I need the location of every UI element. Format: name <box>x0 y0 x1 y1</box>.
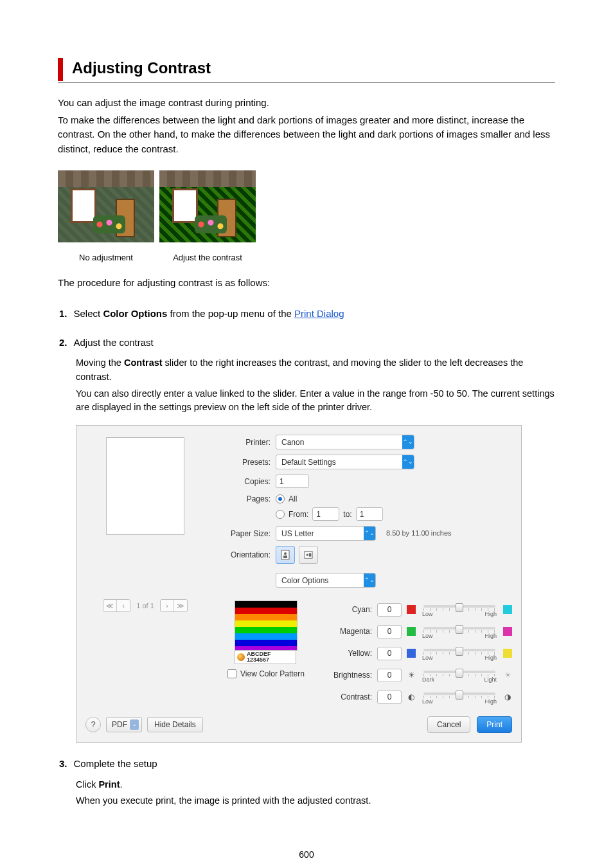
pdf-button[interactable]: PDF ⌄ <box>106 717 142 732</box>
svg-rect-2 <box>283 556 287 558</box>
yellow-slider-track[interactable]: Low High <box>421 646 498 661</box>
sun-light-icon: ☀ <box>503 671 512 680</box>
pages-all-text: All <box>289 493 297 505</box>
step3-l2: When you execute print, the image is pri… <box>76 794 555 808</box>
pager-next[interactable]: ›≫ <box>160 599 188 612</box>
pager-prev[interactable]: ≪‹ <box>103 599 130 612</box>
magenta-slider-track[interactable]: Low High <box>421 624 498 639</box>
page: Adjusting Contrast You can adjust the im… <box>0 0 613 868</box>
step-2-number: 2. <box>59 336 67 350</box>
orientation-label: Orientation: <box>218 549 271 561</box>
contrast-slider-track[interactable]: Low High <box>421 689 498 705</box>
pdf-label: PDF <box>112 719 127 730</box>
dialog-footer: ? PDF ⌄ Hide Details Cancel Print <box>85 716 512 733</box>
step-3: 3. Complete the setup Click Print. When … <box>58 757 555 808</box>
view-color-pattern-label: View Color Pattern <box>240 668 305 680</box>
steps-list: 1. Select Color Options from the pop-up … <box>58 307 555 808</box>
section-popup[interactable]: Color Options ⌃⌄ <box>276 573 376 588</box>
presets-popup[interactable]: Default Settings ⌃⌄ <box>276 455 414 469</box>
step-3-title: Complete the setup <box>74 757 157 772</box>
step-1-title: Select Color Options from the pop-up men… <box>74 307 344 321</box>
procedure-line: The procedure for adjusting contrast is … <box>58 276 555 291</box>
pages-to-input[interactable]: 1 <box>356 507 383 521</box>
printer-label: Printer: <box>218 437 271 448</box>
print-dialog-link[interactable]: Print Dialog <box>294 308 344 319</box>
slider-brightness: Brightness: 0 ☀ Dark Light ☀ <box>326 667 512 683</box>
magenta-swatch-icon <box>503 627 512 636</box>
intro-p2: To make the differences between the ligh… <box>58 113 555 157</box>
step-1-bold: Color Options <box>103 308 167 319</box>
slider-contrast: Contrast: 0 ◐ Low High ◑ <box>326 689 512 705</box>
pages-range-radio[interactable] <box>276 510 285 519</box>
help-button[interactable]: ? <box>85 717 101 732</box>
contrast-high-icon: ◑ <box>503 692 512 701</box>
popup-arrows-icon: ⌃⌄ <box>402 435 414 449</box>
red-swatch-icon <box>407 605 416 614</box>
step-2-body: Moving the Contrast slider to the right … <box>76 356 555 415</box>
slider-cyan: Cyan: 0 Low High <box>326 602 512 617</box>
printer-popup[interactable]: Canon ⌃⌄ <box>276 435 414 449</box>
cyan-swatch-icon <box>503 605 512 614</box>
paper-dim: 8.50 by 11.00 inches <box>386 528 452 539</box>
svg-rect-5 <box>309 553 312 556</box>
step3-l1b: . <box>120 779 122 790</box>
presets-value: Default Settings <box>276 457 402 468</box>
step-3-number: 3. <box>59 757 67 772</box>
hide-details-button[interactable]: Hide Details <box>147 717 203 732</box>
preview-text-2: 1234567 <box>247 657 271 663</box>
color-preview-swatch: ABCDEF 1234567 <box>235 601 298 664</box>
print-button[interactable]: Print <box>477 716 512 733</box>
slider-magenta: Magenta: 0 Low High <box>326 624 512 639</box>
intro-p1: You can adjust the image contrast during… <box>58 96 555 111</box>
pages-from-input[interactable]: 1 <box>312 507 339 521</box>
brightness-value-input[interactable]: 0 <box>377 669 402 682</box>
page-number: 600 <box>0 848 613 862</box>
dialog-page-preview <box>106 437 184 535</box>
step3-l1bold: Print <box>98 779 120 790</box>
pages-all-radio[interactable] <box>276 494 285 503</box>
step-1-number: 1. <box>59 307 67 321</box>
person-landscape-icon <box>304 550 313 560</box>
step3-l1a: Click <box>76 779 98 790</box>
slider-yellow: Yellow: 0 Low High <box>326 646 512 661</box>
green-swatch-icon <box>407 627 416 636</box>
pager-count: 1 of 1 <box>130 600 160 611</box>
cyan-value-input[interactable]: 0 <box>377 603 402 617</box>
view-color-pattern[interactable]: View Color Pattern <box>227 668 305 680</box>
caption-no-adjust: No adjustment <box>58 251 154 264</box>
popup-arrows-icon: ⌃⌄ <box>364 574 375 587</box>
orientation-landscape[interactable] <box>299 546 318 564</box>
cancel-button[interactable]: Cancel <box>427 716 470 733</box>
color-wheel-icon <box>237 653 245 661</box>
page-title-block: Adjusting Contrast <box>58 57 555 83</box>
example-images <box>58 170 555 242</box>
cyan-slider-track[interactable]: Low High <box>421 602 498 617</box>
print-dialog: ≪‹ 1 of 1 ›≫ Printer: Canon ⌃⌄ <box>76 425 522 743</box>
paper-size-popup[interactable]: US Letter ⌃⌄ <box>276 526 376 541</box>
pages-to-label: to: <box>343 509 351 520</box>
popup-arrows-icon: ⌃⌄ <box>402 455 414 469</box>
hide-details-label: Hide Details <box>154 719 196 730</box>
step2-l1a: Moving the <box>76 357 124 368</box>
copies-input[interactable]: 1 <box>276 475 309 488</box>
checkbox-icon <box>227 669 236 678</box>
step-1-mid: from the pop-up menu of the <box>167 308 294 319</box>
svg-point-4 <box>306 554 309 556</box>
blue-swatch-icon <box>407 649 416 658</box>
dialog-settings-column: Printer: Canon ⌃⌄ Presets: Default Setti… <box>218 435 512 705</box>
step-2-title: Adjust the contrast <box>74 336 154 350</box>
yellow-value-input[interactable]: 0 <box>377 647 402 660</box>
brightness-slider-track[interactable]: Dark Light <box>421 667 498 683</box>
paper-size-value: US Letter <box>276 528 364 539</box>
person-portrait-icon <box>281 550 290 560</box>
step2-l2: You can also directly enter a value link… <box>76 387 555 415</box>
pages-label: Pages: <box>218 493 271 505</box>
contrast-value-input[interactable]: 0 <box>377 691 402 704</box>
presets-label: Presets: <box>218 457 271 468</box>
orientation-portrait[interactable] <box>276 546 295 564</box>
magenta-value-input[interactable]: 0 <box>377 625 402 638</box>
step-2: 2. Adjust the contrast Moving the Contra… <box>58 336 555 743</box>
intro-text: You can adjust the image contrast during… <box>58 96 555 156</box>
sample-adjusted <box>159 170 256 242</box>
pages-from-label: From: <box>289 509 308 520</box>
